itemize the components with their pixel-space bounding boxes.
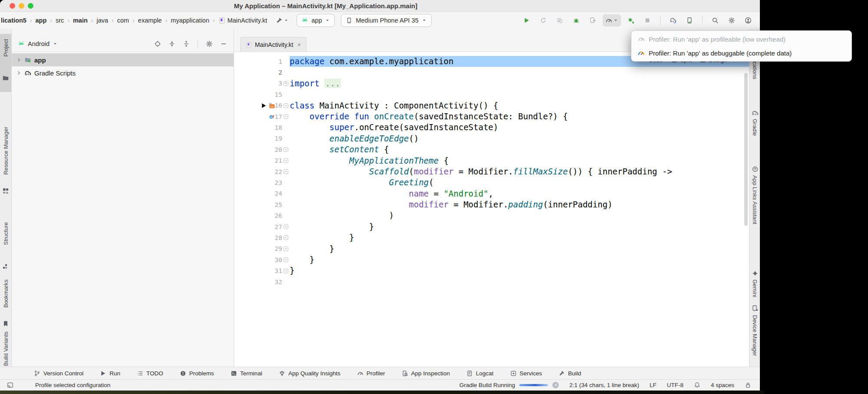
settings-button[interactable] [725, 14, 738, 26]
cancel-build-button[interactable]: × [552, 382, 559, 388]
gutter-icons[interactable]: o [250, 113, 275, 120]
collapse-all-button[interactable] [181, 38, 192, 49]
editor-scrollbar[interactable] [744, 73, 748, 226]
fold-column[interactable]: − [282, 269, 290, 273]
folder-app-icon [24, 56, 31, 63]
profile-avatar-button[interactable] [742, 14, 755, 26]
breadcrumb-item[interactable]: java [96, 17, 108, 24]
search-everywhere-button[interactable] [709, 14, 722, 26]
fold-marker[interactable]: − [284, 103, 288, 108]
indent-widget[interactable]: 4 spaces [711, 382, 734, 388]
attach-profiler-button[interactable] [624, 14, 637, 26]
encoding-widget[interactable]: UTF-8 [667, 382, 683, 388]
fold-marker[interactable]: − [284, 169, 288, 174]
sidebar-item-resource-manager[interactable]: Resource Manager [3, 127, 9, 175]
breadcrumb: lication5›app›src›main›java›com›example›… [1, 17, 267, 24]
tab-mainactivity[interactable]: MainActivity.kt × [240, 37, 307, 52]
select-opened-file-button[interactable] [152, 38, 163, 49]
fold-column[interactable]: − [282, 169, 290, 174]
debug-button[interactable] [570, 14, 583, 26]
breadcrumb-item[interactable]: src [56, 17, 64, 24]
fold-marker[interactable]: − [284, 235, 288, 240]
fold-column[interactable]: − [282, 224, 290, 229]
sidebar-item-project[interactable]: Project [3, 39, 9, 56]
toolwindow-button-app-inspection[interactable]: App Inspection [402, 370, 450, 377]
breadcrumb-item[interactable]: myapplication [171, 17, 209, 24]
fold-column[interactable]: − [282, 257, 290, 262]
line-number: 27 [234, 223, 282, 230]
line-ending-widget[interactable]: LF [650, 382, 657, 388]
build-button[interactable] [274, 14, 290, 26]
breadcrumb-item[interactable]: com [117, 17, 129, 24]
fold-column[interactable]: − [282, 103, 290, 108]
sidebar-item-gemini[interactable]: Gemini [752, 279, 758, 297]
fold-marker[interactable]: − [284, 147, 288, 152]
fold-marker[interactable]: − [284, 257, 288, 262]
fold-marker[interactable]: − [284, 224, 288, 229]
fold-marker[interactable]: − [284, 158, 288, 163]
expand-all-button[interactable] [166, 38, 178, 49]
profiler-menu-item[interactable]: Profiler: Run 'app' as profileable (low … [631, 32, 851, 46]
fold-marker[interactable]: − [284, 114, 288, 119]
toolwindow-button-services[interactable]: Services [510, 370, 542, 377]
fold-column[interactable]: − [282, 158, 290, 163]
fold-column[interactable]: − [282, 235, 290, 240]
device-select[interactable]: Medium Phone API 35 [341, 14, 431, 27]
caret-position-widget[interactable]: 2:1 (34 chars, 1 line break) [569, 382, 639, 388]
sidebar-item-structure[interactable]: Structure [3, 222, 9, 245]
project-view-select[interactable]: Android [28, 40, 50, 47]
rerun-button[interactable] [537, 14, 550, 26]
run-button[interactable] [520, 14, 533, 26]
run-configuration-select[interactable]: app [297, 14, 335, 27]
breadcrumb-label: app [36, 17, 47, 24]
toolwindow-button-run[interactable]: Run [100, 370, 120, 377]
breadcrumb-item[interactable]: app [36, 17, 47, 24]
gradle-sync-button[interactable] [667, 14, 680, 26]
toolwindow-button-app-quality-insights[interactable]: App Quality Insights [279, 370, 340, 377]
close-tab-icon[interactable]: × [297, 41, 301, 48]
code-line: 25 modifier = Modifier.padding(innerPadd… [234, 199, 749, 210]
profiler-button[interactable] [603, 14, 621, 26]
breadcrumb-item[interactable]: MainActivity.kt [218, 17, 267, 24]
panel-options-button[interactable] [204, 38, 215, 49]
toolwindow-button-version-control[interactable]: Version Control [34, 370, 83, 377]
code-line: 30− } [234, 254, 749, 265]
profiler-menu-item[interactable]: Profiler: Run 'app' as debuggable (compl… [631, 46, 851, 60]
breadcrumb-item[interactable]: example [138, 17, 162, 24]
stop-button[interactable] [641, 14, 654, 26]
hide-panel-button[interactable] [218, 38, 229, 49]
bell-icon[interactable] [694, 382, 700, 388]
fold-marker[interactable]: − [284, 246, 288, 251]
toolbar-actions [520, 14, 755, 26]
toolwindow-button-terminal[interactable]: Terminal [231, 370, 262, 377]
fold-column[interactable]: − [282, 114, 290, 119]
chevron-down-icon[interactable] [53, 41, 58, 46]
toolwindow-button-build[interactable]: Build [558, 370, 581, 377]
fold-column[interactable]: − [282, 246, 290, 251]
gutter-icons[interactable]: <> [250, 102, 275, 109]
sidebar-item-gradle[interactable]: Gradle [752, 119, 758, 136]
fold-marker[interactable]: − [284, 269, 288, 273]
fold-column[interactable]: − [282, 147, 290, 152]
code-editor[interactable]: CodeSplitDesign✓ 1package com.example.my… [234, 52, 749, 367]
lock-icon[interactable] [745, 382, 751, 388]
apply-changes-button[interactable] [553, 14, 566, 26]
breadcrumb-item[interactable]: main [73, 17, 88, 24]
device-manager-button[interactable] [683, 14, 696, 26]
tree-row-gradle-scripts[interactable]: Gradle Scripts [12, 66, 234, 79]
toolwindow-button-todo[interactable]: TODO [137, 370, 163, 377]
sidebar-item-build-variants[interactable]: Build Variants [3, 332, 9, 366]
sidebar-item-device-manager[interactable]: Device Manager [752, 315, 758, 356]
toolwindow-button-logcat[interactable]: Logcat [466, 370, 494, 377]
toolwindow-button-profiler[interactable]: Profiler [357, 370, 385, 377]
toolwindow-button-problems[interactable]: Problems [180, 370, 214, 377]
apply-code-changes-button[interactable] [586, 14, 599, 26]
tree-row-app[interactable]: app [12, 53, 234, 66]
breadcrumb-item[interactable]: lication5 [1, 17, 26, 24]
breadcrumb-separator: › [132, 17, 135, 24]
window-layout-icon[interactable] [7, 382, 13, 388]
sidebar-item-bookmarks[interactable]: Bookmarks [3, 279, 9, 308]
fold-column[interactable]: + [282, 81, 290, 86]
sidebar-item-app-links-assistant[interactable]: App Links Assistant [752, 175, 758, 224]
fold-marker[interactable]: + [284, 81, 288, 86]
